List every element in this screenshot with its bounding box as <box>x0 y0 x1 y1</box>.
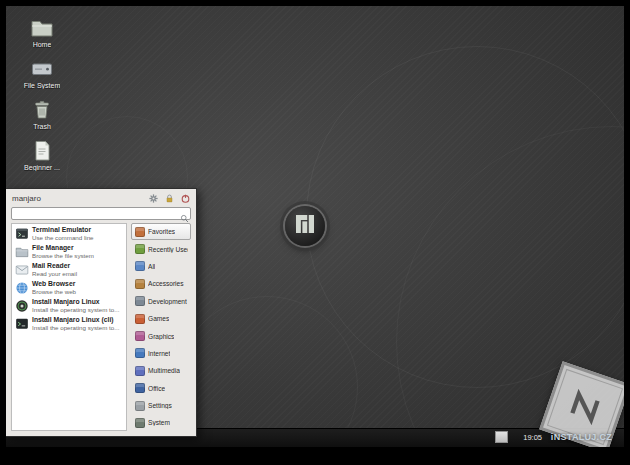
category-graphics[interactable]: Graphics <box>131 327 191 344</box>
wallpaper-swirl <box>176 296 358 447</box>
desktop-icon-label: File System <box>24 82 61 89</box>
app-item-text: Install Manjaro Linux Install the operat… <box>32 298 119 313</box>
games-icon <box>135 314 145 324</box>
app-title: Install Manjaro Linux <box>32 298 119 306</box>
category-label: System <box>148 419 170 426</box>
category-label: All <box>148 263 155 270</box>
app-item-text: Terminal Emulator Use the command line <box>32 226 94 241</box>
clock[interactable]: 19:05 <box>523 433 542 442</box>
category-system[interactable]: System <box>131 414 191 431</box>
category-label: Settings <box>148 402 172 409</box>
system-icon <box>135 418 145 428</box>
settings-manager-icon[interactable] <box>147 192 159 204</box>
app-item-install-manjaro-cli[interactable]: Install Manjaro Linux (cli) Install the … <box>12 314 126 332</box>
tray-window-icon[interactable] <box>495 431 508 443</box>
app-item-install-manjaro[interactable]: Install Manjaro Linux Install the operat… <box>12 296 126 314</box>
app-item-text: Mail Reader Read your email <box>32 262 77 277</box>
desktop-icon-file-system[interactable]: File System <box>12 57 72 89</box>
menu-header: manjaro <box>6 189 196 205</box>
watermark-text: iNSTALUJ.CZ <box>551 432 612 442</box>
app-item-terminal-emulator[interactable]: Terminal Emulator Use the command line <box>12 224 126 242</box>
category-label: Office <box>148 385 165 392</box>
desktop-icon-home[interactable]: Home <box>12 16 72 48</box>
app-title: File Manager <box>32 244 94 252</box>
trash-icon <box>30 98 54 122</box>
app-title: Install Manjaro Linux (cli) <box>32 316 119 324</box>
category-favorites[interactable]: Favorites <box>131 223 191 240</box>
app-item-text: Web Browser Browse the web <box>32 280 76 295</box>
manjaro-logo-icon <box>296 215 314 237</box>
desktop-icon-label: Home <box>33 41 52 48</box>
category-label: Development <box>148 298 187 305</box>
app-description: Use the command line <box>32 234 94 241</box>
app-title: Mail Reader <box>32 262 77 270</box>
category-multimedia[interactable]: Multimedia <box>131 362 191 379</box>
whisker-menu: manjaro <box>6 188 197 437</box>
category-games[interactable]: Games <box>131 310 191 327</box>
category-label: Games <box>148 315 169 322</box>
file-manager-icon <box>15 245 29 259</box>
favorites-icon <box>135 227 145 237</box>
internet-icon <box>135 348 145 358</box>
lock-screen-icon[interactable] <box>163 192 175 204</box>
mail-icon <box>15 263 29 277</box>
category-settings[interactable]: Settings <box>131 397 191 414</box>
multimedia-icon <box>135 366 145 376</box>
category-label: Internet <box>148 350 170 357</box>
category-all[interactable]: All <box>131 258 191 275</box>
log-out-icon[interactable] <box>179 192 191 204</box>
app-item-web-browser[interactable]: Web Browser Browse the web <box>12 278 126 296</box>
menu-search <box>11 207 191 220</box>
menu-body: Terminal Emulator Use the command line F… <box>6 223 196 436</box>
app-title: Web Browser <box>32 280 76 288</box>
menu-header-actions <box>147 192 191 204</box>
app-item-file-manager[interactable]: File Manager Browse the file system <box>12 242 126 260</box>
recently-used-icon <box>135 244 145 254</box>
desktop-icon-trash[interactable]: Trash <box>12 98 72 130</box>
watermark-logo-icon <box>557 379 613 435</box>
search-icon <box>180 209 189 218</box>
category-label: Recently Used <box>148 246 188 253</box>
category-label: Graphics <box>148 333 174 340</box>
accessories-icon <box>135 279 145 289</box>
graphics-icon <box>135 331 145 341</box>
development-icon <box>135 296 145 306</box>
home-folder-icon <box>30 16 54 40</box>
category-label: Favorites <box>148 228 175 235</box>
file-system-icon <box>30 57 54 81</box>
app-item-mail-reader[interactable]: Mail Reader Read your email <box>12 260 126 278</box>
app-item-text: Install Manjaro Linux (cli) Install the … <box>32 316 119 331</box>
category-office[interactable]: Office <box>131 380 191 397</box>
desktop-icon-column: Home File System Trash Beginner ... <box>12 16 72 171</box>
category-accessories[interactable]: Accessories <box>131 275 191 292</box>
category-internet[interactable]: Internet <box>131 345 191 362</box>
settings-icon <box>135 401 145 411</box>
desktop-icon-label: Beginner ... <box>24 164 60 171</box>
app-description: Browse the web <box>32 288 76 295</box>
application-list: Terminal Emulator Use the command line F… <box>11 223 127 431</box>
install-cli-icon <box>15 317 29 331</box>
install-disc-icon <box>15 299 29 313</box>
manjaro-emblem <box>285 206 325 246</box>
search-input[interactable] <box>11 207 191 220</box>
app-item-text: File Manager Browse the file system <box>32 244 94 259</box>
beginners-guide-icon <box>30 139 54 163</box>
all-applications-icon <box>135 261 145 271</box>
app-description: Read your email <box>32 270 77 277</box>
desktop-icon-beginners-guide[interactable]: Beginner ... <box>12 139 72 171</box>
category-recently-used[interactable]: Recently Used <box>131 240 191 257</box>
terminal-icon <box>15 227 29 241</box>
category-label: Multimedia <box>148 367 180 374</box>
app-description: Install the operating system to... <box>32 306 119 313</box>
app-description: Install the operating system to... <box>32 324 119 331</box>
web-browser-icon <box>15 281 29 295</box>
desktop-wallpaper[interactable]: Home File System Trash Beginner ... <box>6 6 624 447</box>
username-label: manjaro <box>12 194 147 203</box>
app-description: Browse the file system <box>32 252 94 259</box>
desktop-icon-label: Trash <box>33 123 51 130</box>
category-development[interactable]: Development <box>131 293 191 310</box>
app-title: Terminal Emulator <box>32 226 94 234</box>
office-icon <box>135 383 145 393</box>
category-list: Favorites Recently Used All Accessories … <box>131 223 191 431</box>
category-label: Accessories <box>148 280 184 287</box>
